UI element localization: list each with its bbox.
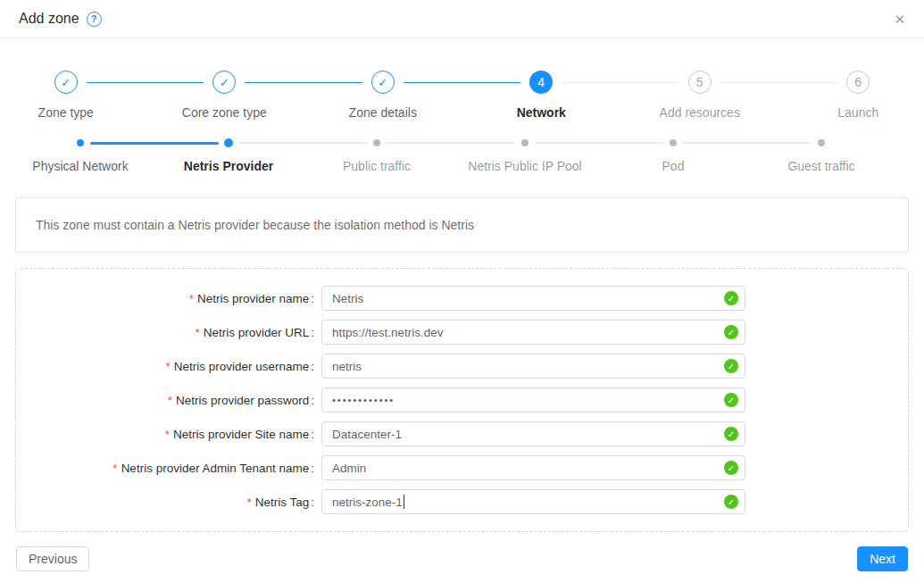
sub-step-netris-public-ip-pool: Netris Public IP Pool (451, 138, 599, 174)
next-button[interactable]: Next (857, 546, 908, 571)
form-row-netris-provider-admin-tenant-name: *Netris provider Admin Tenant nameAdmin✓ (16, 455, 908, 480)
required-mark: * (112, 462, 117, 475)
required-mark: * (189, 292, 194, 305)
main-step-label: Network (517, 104, 566, 121)
main-step-label: Zone details (349, 104, 417, 121)
field-input-netris-provider-admin-tenant-name[interactable]: Admin✓ (321, 455, 745, 480)
required-mark: * (165, 360, 170, 373)
step-finished-check-icon: ✓ (371, 71, 395, 94)
valid-check-icon: ✓ (724, 495, 738, 509)
notice-box: This zone must contain a Netris provider… (15, 197, 909, 253)
step-finished-check-icon: ✓ (54, 71, 78, 94)
valid-check-icon: ✓ (724, 325, 738, 339)
step-dot-icon (77, 139, 84, 146)
step-finished-check-icon: ✓ (212, 71, 236, 94)
step-dot-icon (818, 139, 825, 146)
dialog-title: Add zone (19, 11, 79, 27)
field-input-netris-provider-url[interactable]: https://test.netris.dev✓ (321, 320, 745, 345)
field-label-netris-provider-password: *Netris provider password (16, 394, 314, 407)
step-dot-icon (521, 139, 529, 146)
sub-step-label: Netris Provider (184, 158, 273, 174)
sub-steps: Physical NetworkNetris ProviderPublic tr… (6, 138, 895, 174)
main-step-add-resources: 5Add resources (620, 71, 779, 121)
step-dot-icon (670, 139, 677, 146)
field-label-netris-provider-url: *Netris provider URL (16, 326, 314, 339)
field-input-netris-provider-password[interactable]: ••••••••••••✓ (321, 387, 745, 412)
required-mark: * (195, 326, 199, 339)
main-step-label: Add resources (660, 104, 740, 121)
field-value: Netris (332, 292, 363, 305)
field-value: https://test.netris.dev (332, 326, 444, 339)
field-label-text: Netris Tag (255, 496, 314, 509)
valid-check-icon: ✓ (724, 461, 738, 475)
field-input-netris-provider-name[interactable]: Netris✓ (321, 286, 745, 311)
required-mark: * (165, 428, 170, 441)
field-input-netris-provider-site-name[interactable]: Datacenter-1✓ (321, 421, 745, 446)
form-row-netris-tag: *Netris Tagnetris-zone-1✓ (16, 489, 908, 514)
step-dot-icon (373, 139, 380, 146)
form-row-netris-provider-username: *Netris provider usernamenetris✓ (16, 354, 908, 379)
field-label-netris-provider-site-name: *Netris provider Site name (16, 428, 314, 441)
field-label-netris-provider-admin-tenant-name: *Netris provider Admin Tenant name (16, 462, 314, 475)
dialog-header: Add zone ? ✕ (0, 0, 924, 38)
step-number-icon: 4 (529, 71, 553, 94)
main-steps: ✓Zone type✓Core zone type✓Zone details4N… (0, 71, 924, 121)
sub-step-label: Netris Public IP Pool (468, 158, 581, 174)
field-label-text: Netris provider Site name (173, 428, 314, 441)
valid-check-icon: ✓ (724, 393, 738, 407)
field-value: netris (332, 360, 362, 373)
sub-step-label: Guest traffic (787, 158, 854, 174)
required-mark: * (168, 394, 172, 407)
add-zone-dialog: Add zone ? ✕ ✓Zone type✓Core zone type✓Z… (0, 0, 924, 571)
field-label-netris-tag: *Netris Tag (16, 496, 314, 509)
form-row-netris-provider-url: *Netris provider URLhttps://test.netris.… (16, 320, 908, 345)
step-number-icon: 6 (846, 71, 870, 94)
form-row-netris-provider-site-name: *Netris provider Site nameDatacenter-1✓ (16, 421, 908, 446)
sub-step-public-traffic: Public traffic (303, 138, 451, 174)
field-label-text: Netris provider password (176, 394, 314, 407)
field-label-text: Netris provider URL (204, 326, 314, 339)
field-input-netris-tag[interactable]: netris-zone-1✓ (321, 489, 745, 514)
valid-check-icon: ✓ (724, 359, 738, 373)
valid-check-icon: ✓ (724, 427, 738, 441)
sub-step-netris-provider: Netris Provider (154, 138, 303, 174)
main-step-label: Core zone type (182, 104, 267, 121)
sub-step-label: Pod (662, 158, 685, 174)
text-caret-icon (404, 495, 405, 509)
help-icon[interactable]: ? (87, 12, 102, 27)
main-step-label: Launch (837, 104, 878, 121)
sub-step-guest-traffic: Guest traffic (747, 138, 895, 174)
sub-step-physical-network: Physical Network (6, 138, 154, 174)
sub-step-label: Physical Network (32, 158, 128, 174)
dialog-footer: Previous Next (15, 546, 909, 571)
sub-step-pod: Pod (599, 138, 747, 174)
dialog-body: ✓Zone type✓Core zone type✓Zone details4N… (0, 71, 924, 571)
field-label-text: Netris provider name (197, 292, 314, 305)
main-step-network: 4Network (462, 71, 621, 121)
step-dot-icon (224, 138, 233, 147)
field-label-netris-provider-name: *Netris provider name (16, 292, 314, 305)
step-number-icon: 5 (688, 71, 712, 94)
field-value: Admin (332, 462, 366, 475)
previous-button[interactable]: Previous (16, 546, 89, 571)
close-icon[interactable]: ✕ (894, 12, 905, 26)
sub-step-label: Public traffic (343, 158, 411, 174)
field-value: Datacenter-1 (332, 428, 402, 441)
sub-step-dot-row (747, 138, 895, 147)
valid-check-icon: ✓ (724, 291, 738, 305)
main-step-launch: 6Launch (779, 71, 924, 121)
field-label-netris-provider-username: *Netris provider username (16, 360, 314, 373)
main-step-label: Zone type (38, 104, 94, 121)
field-label-text: Netris provider username (174, 360, 314, 373)
main-step-zone-type: ✓Zone type (0, 71, 146, 121)
field-input-netris-provider-username[interactable]: netris✓ (321, 354, 745, 379)
field-value: netris-zone-1 (332, 496, 403, 509)
main-step-core-zone-type: ✓Core zone type (146, 71, 304, 121)
field-value: •••••••••••• (332, 395, 395, 405)
notice-text: This zone must contain a Netris provider… (36, 218, 474, 232)
main-step-zone-details: ✓Zone details (304, 71, 462, 121)
form-row-netris-provider-password: *Netris provider password••••••••••••✓ (16, 387, 908, 412)
netris-provider-form: *Netris provider nameNetris✓*Netris prov… (15, 268, 909, 532)
field-label-text: Netris provider Admin Tenant name (121, 462, 314, 475)
required-mark: * (246, 496, 251, 509)
